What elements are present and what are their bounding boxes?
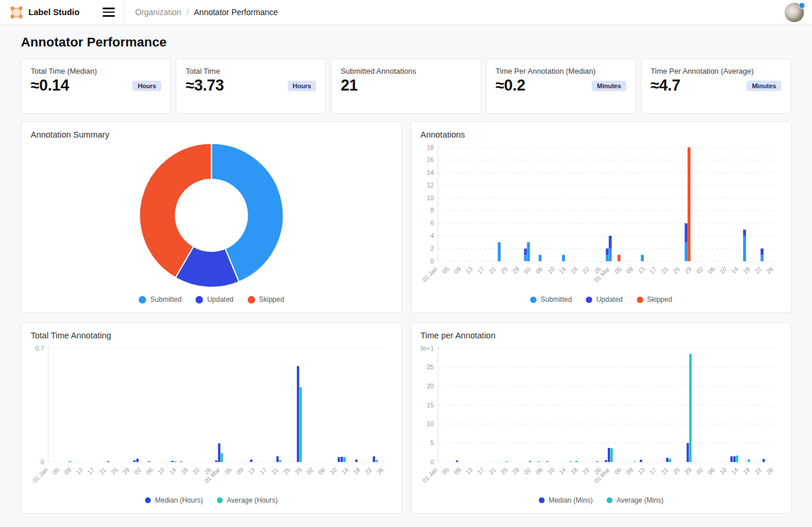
hamburger-line — [103, 12, 115, 13]
legend-item-updated[interactable]: Updated — [586, 295, 622, 304]
x-tick-label: 22 — [581, 265, 590, 275]
legend-label: Updated — [207, 295, 233, 304]
x-tick-label: 21 — [487, 265, 497, 275]
x-tick-label: 13 — [246, 466, 256, 476]
x-tick-label: 22 — [753, 466, 763, 476]
legend-item-skipped[interactable]: Skipped — [248, 295, 284, 304]
y-tick-label: 16 — [427, 156, 434, 163]
y-tick-label: 2 — [430, 245, 434, 252]
y-tick-label: 3e+1 — [420, 345, 434, 352]
stat-card-total-time: Total Time ≈3.73 Hours — [176, 59, 326, 114]
bar-median — [733, 456, 735, 462]
x-tick-label: 10 — [546, 265, 556, 275]
legend-item-average-hours[interactable]: Average (Hours) — [217, 496, 278, 504]
brand-block: Label Studio — [0, 0, 125, 24]
x-tick-label: 21 — [659, 466, 669, 476]
stat-label: Submitted Annotations — [340, 67, 471, 75]
y-tick-label: 10 — [427, 194, 434, 201]
x-tick-label: 06 — [144, 466, 154, 476]
bar-skipped — [618, 255, 621, 261]
bar-updated — [524, 248, 527, 255]
x-tick-label: 10 — [156, 466, 166, 476]
y-tick-label: 18 — [427, 144, 434, 151]
annotations-card: Annotations 02468101214161801 Jan0509131… — [411, 121, 792, 313]
legend-label: Average (Hours) — [227, 496, 278, 504]
annotation-summary-donut — [31, 140, 392, 293]
bar-average — [221, 453, 223, 462]
legend-item-submitted[interactable]: Submitted — [530, 295, 572, 304]
total-time-legend: Median (Hours) Average (Hours) — [31, 493, 392, 507]
chart-title: Annotation Summary — [31, 130, 392, 139]
bar-median — [107, 461, 110, 462]
x-tick-label: 26 — [375, 466, 385, 476]
legend-item-skipped[interactable]: Skipped — [637, 295, 672, 304]
x-tick-label: 25 — [109, 466, 119, 476]
x-tick-label: 18 — [741, 466, 751, 476]
stat-value: ≈3.73 — [186, 77, 224, 95]
legend-label: Submitted — [541, 295, 572, 304]
bar-average — [375, 460, 378, 462]
bar-median — [340, 457, 343, 462]
legend-item-submitted[interactable]: Submitted — [139, 295, 182, 304]
bar-median — [148, 461, 150, 462]
charts-grid: Annotation Summary Submitted Updated Ski… — [21, 121, 791, 514]
x-tick-label: 10 — [546, 466, 556, 476]
bar-submitted — [539, 255, 542, 261]
donut-svg — [31, 140, 392, 290]
y-tick-label: 0 — [41, 459, 44, 465]
y-tick-label: 0.7 — [35, 345, 44, 352]
bar-average — [748, 459, 750, 462]
bar-median — [605, 460, 607, 462]
legend-label: Updated — [596, 295, 622, 304]
breadcrumb-organization[interactable]: Organization — [135, 8, 181, 17]
x-tick-label: 17 — [476, 265, 485, 275]
x-tick-label: 02 — [523, 265, 532, 275]
x-tick-label: 09 — [235, 466, 245, 476]
y-tick-label: 8 — [430, 207, 434, 214]
bar-updated — [609, 236, 612, 248]
bar-submitted — [498, 242, 501, 261]
legend-label: Median (Hours) — [155, 496, 203, 504]
total-time-annotating-card: Total Time Annotating 0.7001 Jan05091317… — [21, 322, 402, 514]
x-tick-label: 01 Jan — [31, 466, 49, 484]
bar-submitted — [641, 255, 644, 261]
online-status-dot — [799, 2, 805, 9]
bar-average — [174, 461, 176, 462]
x-tick-label: 18 — [351, 466, 361, 476]
x-tick-label: 22 — [753, 265, 763, 275]
x-tick-label: 06 — [706, 265, 716, 275]
x-tick-label: 09 — [625, 466, 635, 476]
time-per-annotation-legend: Median (Mins) Average (Mins) — [420, 493, 782, 507]
x-tick-label: 05 — [613, 466, 623, 476]
stat-label: Total Time — [186, 67, 316, 75]
chart-title: Time per Annotation — [420, 331, 782, 340]
x-tick-label: 25 — [672, 265, 682, 275]
bar-submitted — [743, 236, 746, 261]
bar-submitted — [606, 255, 609, 261]
x-tick-label: 09 — [625, 265, 635, 275]
x-tick-label: 06 — [317, 466, 327, 476]
user-avatar[interactable] — [785, 3, 804, 22]
bar-median — [763, 459, 765, 462]
bar-average — [689, 354, 691, 462]
bar-chart-svg: 3e+1252015105001 Jan05091317212529020610… — [420, 341, 782, 489]
hamburger-menu-button[interactable] — [102, 5, 116, 19]
bar-median — [171, 461, 173, 462]
legend-item-median-mins[interactable]: Median (Mins) — [539, 496, 593, 504]
legend-item-average-mins[interactable]: Average (Mins) — [607, 496, 664, 504]
label-studio-logo-icon[interactable] — [10, 6, 23, 19]
bar-average — [538, 461, 540, 462]
y-tick-label: 14 — [427, 169, 434, 176]
bar-average — [736, 456, 738, 462]
stat-card-total-time-median: Total Time (Median) ≈0.14 Hours — [21, 59, 171, 114]
x-tick-label: 17 — [648, 265, 658, 275]
legend-color-dot — [586, 297, 592, 303]
bar-average — [611, 449, 613, 463]
stat-label: Time Per Annotation (Median) — [496, 67, 626, 75]
breadcrumb-annotator-performance: Annotator Performance — [194, 8, 278, 17]
bar-updated — [606, 248, 609, 255]
legend-item-updated[interactable]: Updated — [195, 295, 233, 304]
bar-median — [215, 460, 217, 462]
legend-item-median-hours[interactable]: Median (Hours) — [145, 496, 203, 504]
unit-badge: Minutes — [592, 81, 626, 91]
